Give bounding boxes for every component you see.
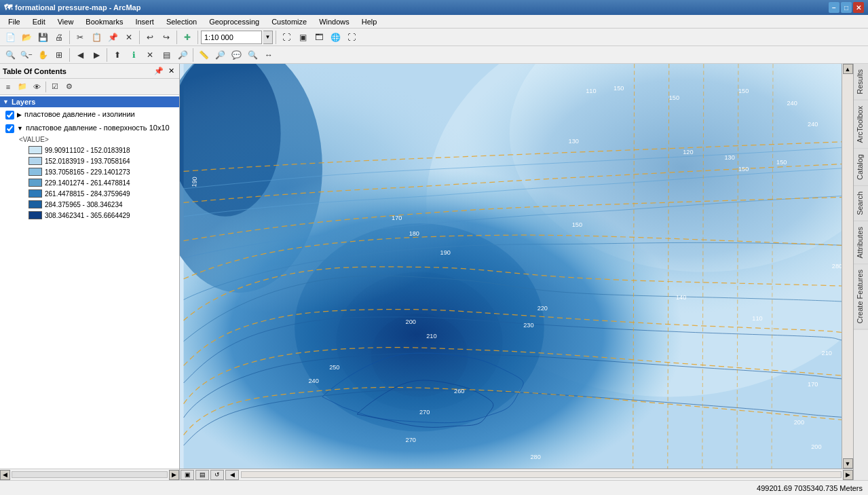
measure-button[interactable]: 📏	[196, 48, 211, 62]
back-extent-button[interactable]: ◀	[73, 48, 88, 62]
zoom-selected[interactable]: 🔎	[175, 48, 190, 62]
full-extent-button[interactable]: ⊞	[52, 48, 67, 62]
close-button[interactable]: ✕	[853, 2, 864, 13]
select-by-attr[interactable]: ▤	[159, 48, 174, 62]
undo-button[interactable]: ↩	[143, 30, 157, 45]
svg-text:190: 190	[440, 249, 451, 256]
menu-windows[interactable]: Windows	[314, 16, 355, 27]
menu-view[interactable]: View	[52, 16, 79, 27]
scroll-down-button[interactable]: ▼	[843, 458, 853, 469]
scale-dropdown[interactable]: ▼	[263, 31, 273, 44]
select-button[interactable]: ⬆	[110, 48, 125, 62]
scroll-track-v[interactable]	[842, 74, 853, 458]
tab-search[interactable]: Search	[854, 186, 869, 221]
map-btn-refresh[interactable]: ↺	[210, 470, 224, 480]
toc-pin-button[interactable]: 📌	[153, 66, 164, 77]
paste-button[interactable]: 📌	[105, 30, 120, 45]
toc-list-by-drawing-order[interactable]: ≡	[1, 80, 15, 94]
swipe-button[interactable]: ↔	[261, 48, 276, 62]
delete-button[interactable]: ✕	[121, 30, 136, 45]
svg-text:260: 260	[454, 388, 464, 395]
legend-item-3: 229.1401274 - 261.4478814	[0, 177, 179, 188]
scroll-up-button[interactable]: ▲	[843, 64, 853, 74]
map-btn-1[interactable]: ▣	[181, 470, 194, 480]
map-hscroll-track[interactable]	[241, 471, 842, 478]
menu-geoprocessing[interactable]: Geoprocessing	[204, 16, 265, 27]
app-title: formational pressure-map - ArcMap	[15, 3, 140, 12]
layer-btn[interactable]: 🗔	[312, 30, 326, 45]
map-canvas: 190 110 150 150 240 240 130 120 130 150 …	[180, 64, 853, 480]
cut-button[interactable]: ✂	[73, 30, 88, 45]
layer1-expand[interactable]: ▶	[17, 111, 22, 118]
map-btn-prev[interactable]: ◀	[225, 470, 239, 480]
svg-text:150: 150	[572, 221, 582, 228]
tab-create-features[interactable]: Create Features	[854, 264, 869, 329]
tab-catalog[interactable]: Catalog	[854, 149, 869, 186]
menu-selection[interactable]: Selection	[161, 16, 202, 27]
layer1-checkbox[interactable]	[5, 111, 14, 120]
full-screen-button[interactable]: ⛶	[279, 30, 294, 45]
titlebar-buttons: − □ ✕	[829, 2, 864, 13]
copy-button[interactable]: 📋	[89, 30, 104, 45]
toc-list-by-selection[interactable]: ☑	[48, 80, 62, 94]
map-scroll-right[interactable]: ▶	[843, 470, 853, 480]
clear-selection-button[interactable]: ✕	[143, 48, 157, 62]
map-area[interactable]: 190 110 150 150 240 240 130 120 130 150 …	[180, 64, 853, 480]
pan-button[interactable]: ✋	[35, 48, 50, 62]
legend-label-2: 193.7058165 - 229.1401273	[45, 168, 130, 176]
toc-list-by-visibility[interactable]: 👁	[30, 80, 43, 94]
svg-text:250: 250	[329, 364, 339, 371]
menu-insert[interactable]: Insert	[130, 16, 159, 27]
html-popup-button[interactable]: 💬	[229, 48, 244, 62]
toc-scroll-right[interactable]: ▶	[169, 470, 179, 480]
open-button[interactable]: 📂	[19, 30, 34, 45]
add-data-button[interactable]: ✚	[180, 30, 195, 45]
svg-text:150: 150	[738, 166, 749, 172]
toc-scroll-left[interactable]: ◀	[0, 470, 10, 480]
identify-button[interactable]: ℹ	[126, 48, 141, 62]
menu-file[interactable]: File	[3, 16, 26, 27]
menu-edit[interactable]: Edit	[27, 16, 51, 27]
layer2-expand[interactable]: ▼	[17, 125, 23, 132]
map-btn-2[interactable]: ▤	[195, 470, 209, 480]
zoom-in-button[interactable]: 🔍	[3, 48, 18, 62]
editor-btn[interactable]: ▣	[295, 30, 310, 45]
find-button[interactable]: 🔎	[212, 48, 227, 62]
legend-label-1: 152.0183919 - 193.7058164	[45, 158, 130, 165]
redo-button[interactable]: ↪	[159, 30, 174, 45]
menu-bookmarks[interactable]: Bookmarks	[80, 16, 128, 27]
forward-extent-button[interactable]: ▶	[89, 48, 104, 62]
right-panel: Results ArcToolbox Catalog Search Attrib…	[853, 64, 868, 480]
svg-text:150: 150	[776, 159, 787, 166]
zoom-out-button[interactable]: 🔍−	[19, 48, 34, 62]
tab-attributes[interactable]: Attributes	[854, 221, 869, 264]
svg-text:170: 170	[808, 381, 818, 388]
layers-heading: ▼ Layers	[0, 96, 179, 107]
toc-close-button[interactable]: ✕	[166, 66, 176, 77]
layer2-checkbox[interactable]	[5, 124, 14, 133]
menu-help[interactable]: Help	[356, 16, 383, 27]
toc-title: Table Of Contents	[3, 67, 67, 75]
svg-text:150: 150	[614, 85, 624, 92]
save-button[interactable]: 💾	[35, 30, 50, 45]
new-button[interactable]: 📄	[3, 30, 18, 45]
toc-panel: Table Of Contents 📌 ✕ ≡ 📁 👁 ☑ ⚙ ▼ Layers	[0, 64, 180, 480]
svg-text:110: 110	[586, 88, 596, 94]
maximize-button[interactable]: □	[841, 2, 852, 13]
sep7	[107, 48, 107, 62]
toc-scroll-track[interactable]	[12, 471, 168, 478]
menu-customize[interactable]: Customize	[266, 16, 312, 27]
magnifier-button[interactable]: 🔍	[245, 48, 260, 62]
print-button[interactable]: 🖨	[52, 30, 67, 45]
sep5	[276, 31, 276, 44]
svg-text:270: 270	[419, 409, 430, 416]
layout-btn[interactable]: ⛶	[344, 30, 359, 45]
minimize-button[interactable]: −	[829, 2, 839, 13]
tab-results[interactable]: Results	[854, 64, 869, 100]
legend-item-6: 308.3462341 - 365.6664429	[0, 210, 179, 221]
toc-list-by-source[interactable]: 📁	[16, 80, 29, 94]
statusbar: 499201.69 7035340.735 Meters	[0, 480, 868, 495]
toc-options[interactable]: ⚙	[62, 80, 76, 94]
tab-arctoolbox[interactable]: ArcToolbox	[854, 100, 869, 149]
globe-btn[interactable]: 🌐	[328, 30, 343, 45]
